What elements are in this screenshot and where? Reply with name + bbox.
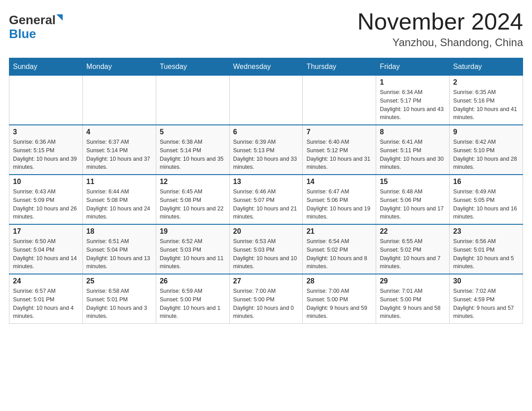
day-number: 26 [160, 277, 226, 285]
day-number: 19 [160, 227, 226, 235]
calendar-day-cell: 13Sunrise: 6:46 AMSunset: 5:07 PMDayligh… [229, 175, 303, 224]
day-number: 30 [453, 277, 519, 285]
calendar-day-cell: 20Sunrise: 6:53 AMSunset: 5:03 PMDayligh… [229, 224, 303, 274]
calendar-day-cell: 5Sunrise: 6:38 AMSunset: 5:14 PMDaylight… [156, 125, 229, 175]
day-number: 15 [380, 178, 446, 186]
day-number: 20 [233, 227, 299, 235]
day-info: Sunrise: 7:01 AMSunset: 5:00 PMDaylight:… [380, 287, 446, 321]
day-info: Sunrise: 6:35 AMSunset: 5:16 PMDaylight:… [453, 88, 519, 122]
calendar-day-cell: 12Sunrise: 6:45 AMSunset: 5:08 PMDayligh… [156, 175, 229, 224]
day-of-week-header: Tuesday [156, 58, 229, 76]
day-info: Sunrise: 6:48 AMSunset: 5:06 PMDaylight:… [380, 188, 446, 221]
day-info: Sunrise: 6:55 AMSunset: 5:02 PMDaylight:… [380, 237, 446, 271]
calendar-table: SundayMondayTuesdayWednesdayThursdayFrid… [9, 58, 523, 324]
calendar-day-cell: 9Sunrise: 6:42 AMSunset: 5:10 PMDaylight… [450, 125, 523, 175]
day-number: 29 [380, 277, 446, 285]
day-number: 12 [160, 178, 226, 186]
day-of-week-header: Wednesday [229, 58, 303, 76]
day-info: Sunrise: 6:39 AMSunset: 5:13 PMDaylight:… [233, 138, 299, 171]
day-number: 23 [453, 227, 519, 235]
day-info: Sunrise: 6:46 AMSunset: 5:07 PMDaylight:… [233, 188, 299, 221]
calendar-day-cell: 16Sunrise: 6:49 AMSunset: 5:05 PMDayligh… [450, 175, 523, 224]
day-of-week-header: Friday [376, 58, 450, 76]
day-number: 4 [86, 128, 152, 136]
day-number: 13 [233, 178, 299, 186]
calendar-week-row: 1Sunrise: 6:34 AMSunset: 5:17 PMDaylight… [9, 76, 523, 125]
day-info: Sunrise: 6:47 AMSunset: 5:06 PMDaylight:… [306, 188, 372, 221]
calendar-day-cell: 4Sunrise: 6:37 AMSunset: 5:14 PMDaylight… [82, 125, 156, 175]
day-number: 21 [306, 227, 372, 235]
calendar-day-cell: 28Sunrise: 7:00 AMSunset: 5:00 PMDayligh… [303, 274, 376, 324]
title-area: November 2024 Yanzhou, Shandong, China [357, 9, 523, 49]
calendar-day-cell: 25Sunrise: 6:58 AMSunset: 5:01 PMDayligh… [82, 274, 156, 324]
calendar-week-row: 17Sunrise: 6:50 AMSunset: 5:04 PMDayligh… [9, 224, 523, 274]
day-number: 11 [86, 178, 152, 186]
day-number: 9 [453, 128, 519, 136]
day-number: 1 [380, 78, 446, 86]
day-info: Sunrise: 7:00 AMSunset: 5:00 PMDaylight:… [233, 287, 299, 321]
calendar-day-cell: 15Sunrise: 6:48 AMSunset: 5:06 PMDayligh… [376, 175, 450, 224]
calendar-day-cell: 24Sunrise: 6:57 AMSunset: 5:01 PMDayligh… [9, 274, 83, 324]
logo-general-text: General [9, 13, 56, 27]
calendar-day-cell [156, 76, 229, 125]
day-info: Sunrise: 6:34 AMSunset: 5:17 PMDaylight:… [380, 88, 446, 122]
day-number: 25 [86, 277, 152, 285]
logo-triangle-icon [56, 14, 63, 21]
logo-blue-text: Blue [9, 27, 63, 41]
calendar-day-cell: 6Sunrise: 6:39 AMSunset: 5:13 PMDaylight… [229, 125, 303, 175]
calendar-day-cell: 21Sunrise: 6:54 AMSunset: 5:02 PMDayligh… [303, 224, 376, 274]
day-number: 16 [453, 178, 519, 186]
day-number: 5 [160, 128, 226, 136]
calendar-day-cell: 7Sunrise: 6:40 AMSunset: 5:12 PMDaylight… [303, 125, 376, 175]
calendar-day-cell: 26Sunrise: 6:59 AMSunset: 5:00 PMDayligh… [156, 274, 229, 324]
calendar-header-row: SundayMondayTuesdayWednesdayThursdayFrid… [9, 58, 523, 76]
day-info: Sunrise: 6:49 AMSunset: 5:05 PMDaylight:… [453, 188, 519, 221]
day-info: Sunrise: 6:45 AMSunset: 5:08 PMDaylight:… [160, 188, 226, 221]
day-info: Sunrise: 6:38 AMSunset: 5:14 PMDaylight:… [160, 138, 226, 171]
day-number: 17 [13, 227, 79, 235]
calendar-day-cell: 3Sunrise: 6:36 AMSunset: 5:15 PMDaylight… [9, 125, 83, 175]
day-number: 22 [380, 227, 446, 235]
day-number: 7 [306, 128, 372, 136]
calendar-week-row: 24Sunrise: 6:57 AMSunset: 5:01 PMDayligh… [9, 274, 523, 324]
calendar-day-cell: 2Sunrise: 6:35 AMSunset: 5:16 PMDaylight… [450, 76, 523, 125]
day-info: Sunrise: 6:59 AMSunset: 5:00 PMDaylight:… [160, 287, 226, 321]
day-number: 14 [306, 178, 372, 186]
day-number: 10 [13, 178, 79, 186]
day-info: Sunrise: 6:44 AMSunset: 5:08 PMDaylight:… [86, 188, 152, 221]
day-info: Sunrise: 6:43 AMSunset: 5:09 PMDaylight:… [13, 188, 79, 221]
day-info: Sunrise: 6:41 AMSunset: 5:11 PMDaylight:… [380, 138, 446, 171]
day-info: Sunrise: 6:53 AMSunset: 5:03 PMDaylight:… [233, 237, 299, 271]
day-number: 3 [13, 128, 79, 136]
day-info: Sunrise: 6:51 AMSunset: 5:04 PMDaylight:… [86, 237, 152, 271]
day-info: Sunrise: 6:40 AMSunset: 5:12 PMDaylight:… [306, 138, 372, 171]
calendar-day-cell: 17Sunrise: 6:50 AMSunset: 5:04 PMDayligh… [9, 224, 83, 274]
day-info: Sunrise: 7:02 AMSunset: 4:59 PMDaylight:… [453, 287, 519, 321]
calendar-subtitle: Yanzhou, Shandong, China [357, 36, 523, 49]
day-info: Sunrise: 6:50 AMSunset: 5:04 PMDaylight:… [13, 237, 79, 271]
calendar-day-cell: 18Sunrise: 6:51 AMSunset: 5:04 PMDayligh… [82, 224, 156, 274]
calendar-day-cell [303, 76, 376, 125]
day-number: 28 [306, 277, 372, 285]
calendar-day-cell: 30Sunrise: 7:02 AMSunset: 4:59 PMDayligh… [450, 274, 523, 324]
calendar-day-cell: 14Sunrise: 6:47 AMSunset: 5:06 PMDayligh… [303, 175, 376, 224]
day-of-week-header: Thursday [303, 58, 376, 76]
calendar-day-cell: 22Sunrise: 6:55 AMSunset: 5:02 PMDayligh… [376, 224, 450, 274]
calendar-day-cell [9, 76, 83, 125]
calendar-day-cell: 10Sunrise: 6:43 AMSunset: 5:09 PMDayligh… [9, 175, 83, 224]
calendar-day-cell: 27Sunrise: 7:00 AMSunset: 5:00 PMDayligh… [229, 274, 303, 324]
day-of-week-header: Sunday [9, 58, 83, 76]
day-info: Sunrise: 6:57 AMSunset: 5:01 PMDaylight:… [13, 287, 79, 321]
day-info: Sunrise: 6:58 AMSunset: 5:01 PMDaylight:… [86, 287, 152, 321]
day-number: 18 [86, 227, 152, 235]
day-number: 2 [453, 78, 519, 86]
calendar-day-cell [229, 76, 303, 125]
calendar-day-cell: 19Sunrise: 6:52 AMSunset: 5:03 PMDayligh… [156, 224, 229, 274]
day-number: 6 [233, 128, 299, 136]
day-info: Sunrise: 6:42 AMSunset: 5:10 PMDaylight:… [453, 138, 519, 171]
calendar-day-cell: 1Sunrise: 6:34 AMSunset: 5:17 PMDaylight… [376, 76, 450, 125]
calendar-day-cell [82, 76, 156, 125]
calendar-day-cell: 11Sunrise: 6:44 AMSunset: 5:08 PMDayligh… [82, 175, 156, 224]
calendar-title: November 2024 [357, 9, 523, 34]
day-info: Sunrise: 6:52 AMSunset: 5:03 PMDaylight:… [160, 237, 226, 271]
